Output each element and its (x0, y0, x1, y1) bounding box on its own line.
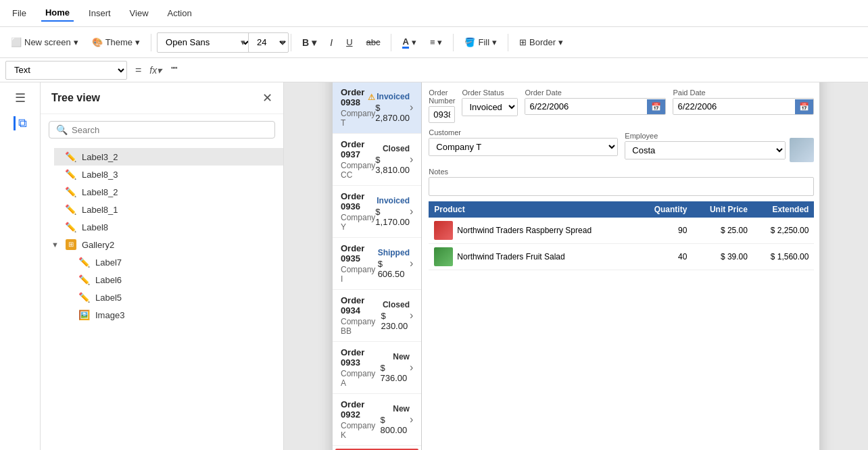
tree-item-label5[interactable]: ✏️ Label5 (68, 289, 283, 306)
tree-item-label8-2[interactable]: ✏️ Label8_2 (54, 183, 283, 201)
underline-button[interactable]: U (341, 34, 358, 50)
notes-input[interactable] (429, 177, 814, 196)
chevron-down-icon: ▾ (135, 37, 140, 47)
product-image (434, 247, 453, 266)
hamburger-icon[interactable]: ☰ (15, 91, 26, 105)
order-left: Order 0932 Company K (341, 399, 380, 440)
strikethrough-button[interactable]: abc (361, 34, 386, 50)
font-selector[interactable]: Open Sans (157, 32, 251, 53)
order-number: Order 0935 (341, 243, 378, 264)
product-row-1: Northwind Traders Fruit Salad 40 $ 39.00… (429, 244, 814, 270)
extended-cell: $ 2,250.00 (753, 218, 815, 244)
menu-file[interactable]: File (8, 5, 30, 21)
order-item-0936[interactable]: Order 0936 Company Y Invoiced $ 1,170.00… (333, 186, 421, 238)
border-button[interactable]: ⊞ Border▾ (514, 34, 569, 50)
order-amount: $ 2,870.00 (375, 103, 410, 123)
paid-date-picker-button[interactable]: 📅 (795, 99, 813, 114)
tree-close-button[interactable]: ✕ (262, 91, 272, 105)
tree-item-label: Label6 (95, 275, 122, 285)
order-number: Order 0933 (341, 347, 380, 368)
tree-view-title: Tree view (51, 92, 100, 104)
product-row-0: Northwind Traders Raspberry Spread 90 $ … (429, 218, 814, 244)
notes-label: Notes (429, 168, 814, 176)
menu-insert[interactable]: Insert (85, 5, 115, 21)
order-item-0934[interactable]: Order 0934 Company BB Closed $ 230.00 › (333, 290, 421, 342)
tree-item-label8-3[interactable]: ✏️ Label8_3 (54, 166, 283, 183)
label-icon: ✏️ (65, 222, 76, 232)
order-item-0938[interactable]: Order 0938 ⚠ Company T Invoiced $ 2,870.… (333, 82, 421, 134)
order-item-0932[interactable]: Order 0932 Company K New $ 800.00 › (333, 394, 421, 446)
equals-sign: = (131, 64, 145, 76)
label-icon: ✏️ (78, 257, 90, 268)
theme-button[interactable]: 🎨 Theme ▾ (87, 34, 145, 50)
product-name: Northwind Traders Raspberry Spread (457, 226, 592, 235)
customer-select[interactable]: Company T (429, 139, 617, 155)
label-icon: ✏️ (65, 204, 76, 215)
tree-item-label8[interactable]: ✏️ Label8 (54, 218, 283, 236)
paid-date-wrap: 📅 (673, 98, 814, 115)
order-company: Company A (341, 369, 380, 388)
chevron-right-icon: › (410, 101, 413, 114)
bold-button[interactable]: B▾ (297, 34, 322, 51)
employee-select[interactable]: Costa (625, 142, 785, 159)
paid-date-label: Paid Date (673, 89, 814, 97)
order-date-label: Order Date (525, 89, 666, 97)
employee-label: Employee (625, 132, 786, 140)
order-item-0937[interactable]: Order 0937 Company CC Closed $ 3,810.00 … (333, 134, 421, 186)
order-status: Shipped (378, 248, 410, 257)
layers-icon[interactable]: ⧉ (14, 116, 27, 130)
chevron-right-icon: › (410, 257, 413, 270)
menu-action[interactable]: Action (164, 5, 196, 21)
toolbar-separator-4 (453, 34, 454, 51)
tree-item-label3-2[interactable]: ✏️ Label3_2 (54, 148, 283, 166)
menu-home[interactable]: Home (41, 5, 74, 22)
warning-icon: ⚠ (368, 93, 375, 102)
quantity-cell: 90 (638, 218, 692, 244)
order-status-field: Order Status Invoiced New Shipped Closed (462, 89, 518, 123)
paid-date-input[interactable] (673, 99, 795, 114)
order-number-input[interactable] (429, 106, 455, 123)
employee-photo (790, 138, 814, 162)
order-item-0935[interactable]: Order 0935 Company I Shipped $ 606.50 › (333, 238, 421, 290)
tree-search-input[interactable] (72, 125, 268, 135)
tree-item-label: Label8 (82, 222, 108, 232)
formula-type-selector[interactable]: Text (5, 61, 127, 80)
order-right: Invoiced $ 2,870.00 (375, 92, 410, 123)
order-amount: $ 3,810.00 (375, 155, 410, 175)
order-date-input[interactable] (525, 99, 647, 114)
order-list: Order 0938 ⚠ Company T Invoiced $ 2,870.… (333, 82, 422, 450)
order-date-picker-button[interactable]: 📅 (647, 99, 665, 114)
tree-item-label8-1[interactable]: ✏️ Label8_1 (54, 201, 283, 218)
tree-item-label: Label5 (95, 293, 122, 303)
toolbar: ⬜ New screen ▾ 🎨 Theme ▾ Open Sans ▾ 24 … (0, 27, 868, 58)
product-image (434, 221, 453, 240)
employee-select-wrap: Costa (625, 141, 786, 159)
order-status-select-wrap: Invoiced New Shipped Closed (462, 98, 518, 116)
size-selector[interactable]: 24 (248, 32, 289, 53)
product-name-cell: Northwind Traders Fruit Salad (429, 244, 638, 270)
border-icon: ⊞ (519, 37, 527, 47)
label-icon: ✏️ (78, 274, 90, 285)
font-color-button[interactable]: A▾ (397, 34, 421, 51)
chevron-right-icon: › (410, 205, 413, 218)
tree-item-gallery2[interactable]: ▼ ⊞ Gallery2 (41, 236, 283, 253)
new-screen-button[interactable]: ⬜ New screen ▾ (5, 34, 84, 50)
tree-item-label7[interactable]: ✏️ Label7 (68, 253, 283, 271)
tree-item-label6[interactable]: ✏️ Label6 (68, 271, 283, 289)
order-status: New (393, 352, 410, 361)
order-status: Invoiced (377, 92, 410, 101)
order-item-0933[interactable]: Order 0933 Company A New $ 736.00 › (333, 342, 421, 394)
tree-item-label: Label3_2 (82, 152, 118, 162)
fx-label: fx▾ (149, 65, 162, 76)
menu-view[interactable]: View (126, 5, 153, 21)
chevron-right-icon: › (410, 414, 413, 426)
fill-button[interactable]: 🪣 Fill▾ (459, 34, 502, 50)
left-panel: ☰ ⧉ (0, 82, 41, 450)
order-status: Closed (383, 144, 410, 153)
italic-button[interactable]: I (324, 34, 338, 51)
tree-item-label: Label8_1 (82, 205, 118, 215)
align-button[interactable]: ≡▾ (425, 34, 448, 50)
order-status-select[interactable]: Invoiced New Shipped Closed (462, 99, 517, 116)
tree-item-image3[interactable]: 🖼️ Image3 (68, 306, 283, 324)
formula-input[interactable] (166, 61, 863, 80)
